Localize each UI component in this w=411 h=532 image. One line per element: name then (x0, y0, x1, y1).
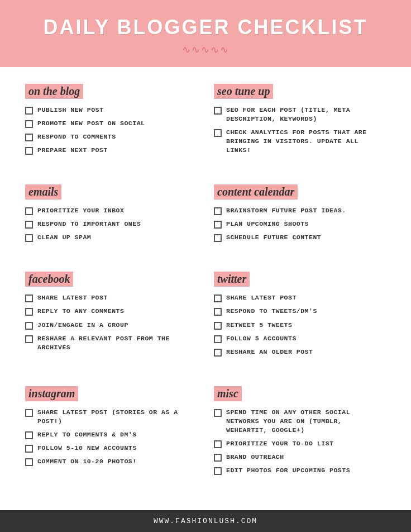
list-item: PROMOTE NEW POST ON SOCIAL (25, 119, 197, 128)
item-text: CHECK ANALYTICS FOR POSTS THAT ARE BRING… (226, 128, 386, 155)
item-text: EDIT PHOTOS FOR UPCOMING POSTS (226, 466, 350, 475)
section-title-facebook: facebook (25, 272, 73, 287)
item-text: REPLY TO ANY COMMENTS (37, 307, 124, 316)
section-misc: miscSPEND TIME ON ANY OTHER SOCIAL NETWO… (206, 381, 394, 499)
list-item: JOIN/ENGAGE IN A GROUP (25, 321, 197, 330)
checkbox[interactable] (25, 134, 33, 141)
list-item: PUBLISH NEW POST (25, 106, 197, 115)
section-title-emails: emails (25, 184, 61, 200)
checklist-seo-tune-up: SEO FOR EACH POST (TITLE, META DESCRIPTI… (214, 106, 386, 155)
list-item: CLEAN UP SPAM (25, 233, 197, 242)
checkbox[interactable] (25, 120, 33, 128)
section-content-calendar: content calendarBRAINSTORM FUTURE POST I… (206, 179, 394, 266)
checkbox[interactable] (214, 467, 222, 475)
checkbox[interactable] (214, 440, 222, 448)
checklist-content-calendar: BRAINSTORM FUTURE POST IDEAS.PLAN UPCOMI… (214, 206, 386, 242)
checkbox[interactable] (214, 207, 222, 215)
item-text: BRAINSTORM FUTURE POST IDEAS. (226, 206, 346, 215)
list-item: PREPARE NEXT POST (25, 146, 197, 155)
checkbox[interactable] (25, 207, 33, 215)
list-item: RESHARE AN OLDER POST (214, 348, 386, 357)
page-header: DAILY BLOGGER CHECKLIST ∿∿∿∿∿ (0, 0, 411, 67)
checkbox[interactable] (214, 409, 222, 417)
list-item: SHARE LATEST POST (STORIES OR AS A POST!… (25, 408, 197, 426)
item-text: BRAND OUTREACH (226, 453, 284, 462)
checkbox[interactable] (214, 129, 222, 137)
list-item: BRAINSTORM FUTURE POST IDEAS. (214, 206, 386, 215)
section-seo-tune-up: seo tune upSEO FOR EACH POST (TITLE, MET… (206, 78, 394, 179)
section-title-misc: misc (214, 386, 242, 401)
item-text: PROMOTE NEW POST ON SOCIAL (37, 119, 145, 128)
list-item: RESPOND TO COMMENTS (25, 132, 197, 141)
main-content: on the blogPUBLISH NEW POSTPROMOTE NEW P… (0, 67, 411, 510)
item-text: PREPARE NEXT POST (37, 146, 108, 155)
section-twitter: twitterSHARE LATEST POSTRESPOND TO TWEET… (206, 266, 394, 380)
item-text: RESPOND TO IMPORTANT ONES (37, 220, 141, 229)
list-item: RESHARE A RELEVANT POST FROM THE ARCHIVE… (25, 334, 197, 352)
item-text: PUBLISH NEW POST (37, 106, 103, 115)
section-emails: emailsPRIORITIZE YOUR INBOXRESPOND TO IM… (17, 179, 206, 266)
checkbox[interactable] (214, 294, 222, 302)
section-title-twitter: twitter (214, 272, 250, 287)
list-item: EDIT PHOTOS FOR UPCOMING POSTS (214, 466, 386, 475)
checkbox[interactable] (214, 107, 222, 115)
list-item: RESPOND TO IMPORTANT ONES (25, 220, 197, 229)
checkbox[interactable] (214, 335, 222, 343)
checkbox[interactable] (25, 294, 33, 302)
checkbox[interactable] (25, 409, 33, 417)
checkbox[interactable] (214, 322, 222, 330)
item-text: CLEAN UP SPAM (37, 233, 91, 242)
checkbox[interactable] (25, 308, 33, 316)
item-text: FOLLOW 5 ACCOUNTS (226, 334, 297, 343)
section-title-on-the-blog: on the blog (25, 84, 83, 99)
checkbox[interactable] (25, 322, 33, 330)
item-text: SHARE LATEST POST (37, 293, 108, 302)
checkbox[interactable] (25, 335, 33, 343)
item-text: PLAN UPCOMING SHOOTS (226, 220, 309, 229)
list-item: SHARE LATEST POST (214, 293, 386, 302)
checklist-facebook: SHARE LATEST POSTREPLY TO ANY COMMENTSJO… (25, 293, 197, 352)
section-instagram: instagramSHARE LATEST POST (STORIES OR A… (17, 381, 206, 499)
item-text: RETWEET 5 TWEETS (226, 321, 292, 330)
section-title-content-calendar: content calendar (214, 184, 298, 200)
checklist-on-the-blog: PUBLISH NEW POSTPROMOTE NEW POST ON SOCI… (25, 106, 197, 155)
checkbox[interactable] (25, 221, 33, 229)
page-footer: WWW.FASHIONLUSH.COM (0, 510, 411, 532)
item-text: SEO FOR EACH POST (TITLE, META DESCRIPTI… (226, 106, 386, 124)
section-facebook: facebookSHARE LATEST POSTREPLY TO ANY CO… (17, 266, 206, 380)
item-text: PRIORITIZE YOUR TO-DO LIST (226, 439, 333, 448)
checkbox[interactable] (25, 107, 33, 115)
checkbox[interactable] (25, 234, 33, 242)
list-item: SHARE LATEST POST (25, 293, 197, 302)
checkbox[interactable] (25, 458, 33, 466)
checkbox[interactable] (214, 308, 222, 316)
checkbox[interactable] (214, 221, 222, 229)
checkbox[interactable] (214, 454, 222, 462)
section-title-seo-tune-up: seo tune up (214, 84, 273, 99)
item-text: RESPOND TO COMMENTS (37, 132, 116, 141)
list-item: RETWEET 5 TWEETS (214, 321, 386, 330)
item-text: SHARE LATEST POST (226, 293, 297, 302)
list-item: SCHEDULE FUTURE CONTENT (214, 233, 386, 242)
list-item: BRAND OUTREACH (214, 453, 386, 462)
item-text: JOIN/ENGAGE IN A GROUP (37, 321, 128, 330)
checkbox[interactable] (214, 234, 222, 242)
item-text: FOLLOW 5-10 NEW ACCOUNTS (37, 444, 137, 453)
item-text: REPLY TO COMMENTS & DM'S (37, 430, 137, 439)
list-item: REPLY TO ANY COMMENTS (25, 307, 197, 316)
item-text: SHARE LATEST POST (STORIES OR AS A POST!… (37, 408, 197, 426)
checkbox[interactable] (214, 349, 222, 357)
list-item: FOLLOW 5-10 NEW ACCOUNTS (25, 444, 197, 453)
section-title-instagram: instagram (25, 386, 78, 401)
checkbox[interactable] (25, 431, 33, 439)
item-text: RESPOND TO TWEETS/DM'S (226, 307, 317, 316)
footer-url: WWW.FASHIONLUSH.COM (154, 517, 257, 525)
checkbox[interactable] (25, 445, 33, 453)
checkbox[interactable] (25, 147, 33, 155)
page-title: DAILY BLOGGER CHECKLIST (11, 16, 400, 39)
item-text: SPEND TIME ON ANY OTHER SOCIAL NETWORKS … (226, 408, 386, 435)
item-text: RESHARE A RELEVANT POST FROM THE ARCHIVE… (37, 334, 197, 352)
item-text: PRIORITIZE YOUR INBOX (37, 206, 124, 215)
list-item: FOLLOW 5 ACCOUNTS (214, 334, 386, 343)
checklist-twitter: SHARE LATEST POSTRESPOND TO TWEETS/DM'SR… (214, 293, 386, 356)
